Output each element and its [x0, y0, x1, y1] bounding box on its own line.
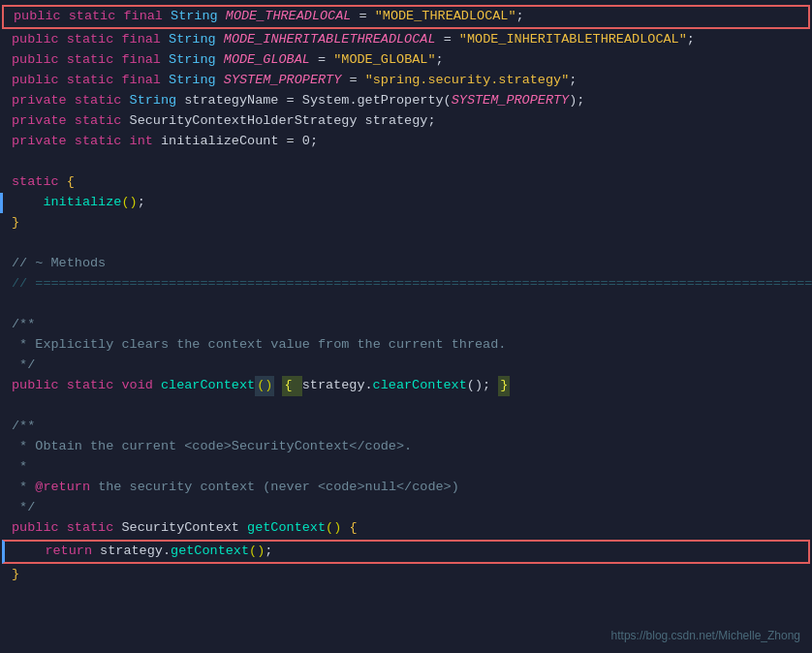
code-line-1: public static final String MODE_THREADLO…	[2, 5, 810, 29]
code-line-4: public static final String SYSTEM_PROPER…	[0, 71, 812, 91]
str-mode-threadlocal: "MODE_THREADLOCAL"	[375, 7, 516, 27]
code-line-6: private static SecurityContextHolderStra…	[0, 111, 812, 132]
code-line-javadoc2-close: */	[0, 498, 812, 518]
empty-line-4	[0, 396, 812, 417]
watermark: https://blog.csdn.net/Michelle_Zhong	[611, 627, 800, 645]
code-line-getcontext-sig: public static SecurityContext getContext…	[0, 518, 812, 539]
code-line-javadoc2-2: *	[0, 457, 812, 478]
code-line-separator: // =====================================…	[0, 274, 812, 295]
code-line-2: public static final String MODE_INHERITA…	[0, 30, 812, 50]
empty-line-1	[0, 152, 812, 172]
keyword-static: static	[69, 7, 116, 27]
code-line-comment-methods: // ~ Methods	[0, 254, 812, 274]
const-mode-threadlocal: MODE_THREADLOCAL	[226, 7, 352, 27]
code-line-return: return strategy. getContext () ;	[2, 540, 810, 564]
keyword-final: final	[123, 7, 163, 27]
code-line-close-getcontext: }	[0, 565, 812, 585]
code-line-javadoc-open: /**	[0, 315, 812, 335]
code-line-javadoc2-3: * @return the security context (never <c…	[0, 478, 812, 498]
code-line-7: private static int initializeCount = 0;	[0, 132, 812, 152]
keyword-public: public	[14, 7, 61, 27]
empty-line-3	[0, 295, 812, 315]
code-line-javadoc2-1: * Obtain the current <code>SecurityConte…	[0, 437, 812, 457]
code-line-3: public static final String MODE_GLOBAL =…	[0, 50, 812, 71]
code-line-close-static: }	[0, 213, 812, 233]
code-line-javadoc2-open: /**	[0, 417, 812, 437]
code-line-javadoc-close1: */	[0, 356, 812, 376]
code-line-clearcontext: public static void clearContext () { str…	[0, 376, 812, 396]
code-container: public static final String MODE_THREADLO…	[0, 0, 812, 653]
code-line-javadoc-1: * Explicitly clears the context value fr…	[0, 335, 812, 356]
code-line-initialize: initialize () ;	[0, 193, 812, 213]
type-string: String	[171, 7, 218, 27]
empty-line-2	[0, 233, 812, 254]
code-line-5: private static String strategyName = Sys…	[0, 91, 812, 111]
code-line-static: static {	[0, 172, 812, 193]
